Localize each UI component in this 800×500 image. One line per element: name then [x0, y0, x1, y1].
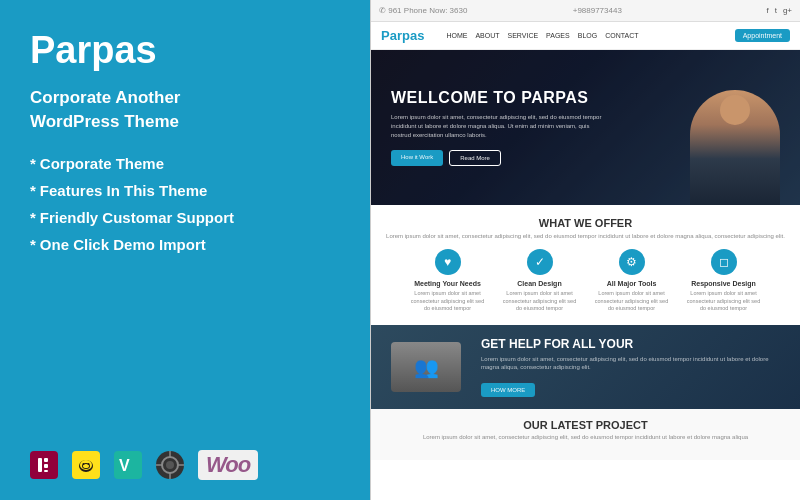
services-title: WHAT WE OFFER [386, 217, 785, 229]
cta-content: GET HELP FOR ALL YOUR Lorem ipsum dolor … [481, 337, 780, 397]
mailchimp-icon [72, 451, 100, 479]
left-panel: Parpas Corporate AnotherWordPress Theme … [0, 0, 370, 500]
service-text-3: Lorem ipsum dolor sit amet consectetur a… [592, 290, 672, 313]
appointment-button[interactable]: Appointment [735, 29, 790, 42]
svg-rect-4 [44, 470, 48, 472]
service-item-4: ◻ Responsive Design Lorem ipsum dolor si… [684, 249, 764, 313]
feature-item-3: Friendly Customar Support [30, 209, 340, 226]
cta-text: Lorem ipsum dolor sit amet, consectetur … [481, 355, 780, 372]
nav-about[interactable]: ABOUT [475, 32, 499, 39]
service-icon-4: ◻ [711, 249, 737, 275]
projects-title: OUR LATEST PROJECT [386, 419, 785, 431]
cta-button[interactable]: HOW MORE [481, 383, 535, 397]
social-facebook[interactable]: f [766, 6, 768, 15]
svg-rect-1 [38, 458, 42, 472]
service-title-3: All Major Tools [607, 280, 657, 287]
hero-title: WELLCOME TO PARPAS [391, 89, 605, 107]
services-subtitle: Lorem ipsum dolor sit amet, consectetur … [386, 233, 785, 239]
nav-contact[interactable]: CONTACT [605, 32, 638, 39]
projects-section: OUR LATEST PROJECT Lorem ipsum dolor sit… [371, 409, 800, 460]
nav-blog[interactable]: BLOG [578, 32, 597, 39]
cta-title: GET HELP FOR ALL YOUR [481, 337, 780, 351]
nav-pages[interactable]: PAGES [546, 32, 570, 39]
elementor-icon [30, 451, 58, 479]
svg-rect-2 [44, 458, 48, 462]
support-icon [156, 451, 184, 479]
hero-person-silhouette [690, 90, 780, 205]
nav-links: HOME ABOUT SERVICE PAGES BLOG CONTACT [446, 32, 722, 39]
svg-point-11 [88, 463, 90, 465]
service-title-1: Meeting Your Needs [414, 280, 481, 287]
cta-team-image [391, 342, 461, 392]
services-grid: ♥ Meeting Your Needs Lorem ipsum dolor s… [386, 249, 785, 313]
hero-primary-button[interactable]: How it Work [391, 150, 443, 166]
service-text-2: Lorem ipsum dolor sit amet consectetur a… [500, 290, 580, 313]
projects-subtitle: Lorem ipsum dolor sit amet, consectetur … [386, 434, 785, 440]
service-icon-2: ✓ [527, 249, 553, 275]
plugin-icons: V Woo [30, 450, 340, 480]
social-google[interactable]: g+ [783, 6, 792, 15]
hero-content: WELLCOME TO PARPAS Lorem ipsum dolor sit… [391, 89, 605, 166]
topbar-phone: +9889773443 [573, 6, 759, 15]
svg-point-16 [166, 461, 174, 469]
svg-text:V: V [119, 457, 130, 474]
theme-subtitle: Corporate AnotherWordPress Theme [30, 86, 340, 134]
feature-item-1: Corporate Theme [30, 155, 340, 172]
service-item-2: ✓ Clean Design Lorem ipsum dolor sit ame… [500, 249, 580, 313]
service-text-4: Lorem ipsum dolor sit amet consectetur a… [684, 290, 764, 313]
preview-container: ✆ 961 Phone Now: 3630 +9889773443 f t g+… [371, 0, 800, 500]
service-title-4: Responsive Design [691, 280, 756, 287]
hero-secondary-button[interactable]: Read More [449, 150, 501, 166]
service-text-1: Lorem ipsum dolor sit amet consectetur a… [408, 290, 488, 313]
services-section: WHAT WE OFFER Lorem ipsum dolor sit amet… [371, 205, 800, 325]
service-item-3: ⚙ All Major Tools Lorem ipsum dolor sit … [592, 249, 672, 313]
nav-service[interactable]: SERVICE [508, 32, 539, 39]
svg-rect-3 [44, 464, 48, 468]
feature-item-4: One Click Demo Import [30, 236, 340, 253]
cta-section: GET HELP FOR ALL YOUR Lorem ipsum dolor … [371, 325, 800, 409]
service-item-1: ♥ Meeting Your Needs Lorem ipsum dolor s… [408, 249, 488, 313]
service-icon-3: ⚙ [619, 249, 645, 275]
topbar-social-links: f t g+ [766, 6, 792, 15]
revolution-slider-icon: V [114, 451, 142, 479]
woocommerce-icon: Woo [198, 450, 258, 480]
nav-home[interactable]: HOME [446, 32, 467, 39]
feature-item-2: Features In This Theme [30, 182, 340, 199]
theme-title: Parpas [30, 30, 340, 72]
topbar-left-text: ✆ 961 Phone Now: 3630 [379, 6, 565, 15]
site-logo[interactable]: Parpas [381, 28, 424, 43]
preview-nav: Parpas HOME ABOUT SERVICE PAGES BLOG CON… [371, 22, 800, 50]
hero-text: Lorem ipsum dolor sit amet, consectetur … [391, 113, 605, 140]
right-panel-preview: ✆ 961 Phone Now: 3630 +9889773443 f t g+… [370, 0, 800, 500]
feature-list: Corporate Theme Features In This Theme F… [30, 155, 340, 263]
service-title-2: Clean Design [517, 280, 561, 287]
hero-person-image [685, 75, 785, 205]
social-twitter[interactable]: t [775, 6, 777, 15]
svg-point-10 [83, 463, 85, 465]
hero-buttons: How it Work Read More [391, 150, 605, 166]
preview-topbar: ✆ 961 Phone Now: 3630 +9889773443 f t g+ [371, 0, 800, 22]
service-icon-1: ♥ [435, 249, 461, 275]
preview-hero-section: WELLCOME TO PARPAS Lorem ipsum dolor sit… [371, 50, 800, 205]
